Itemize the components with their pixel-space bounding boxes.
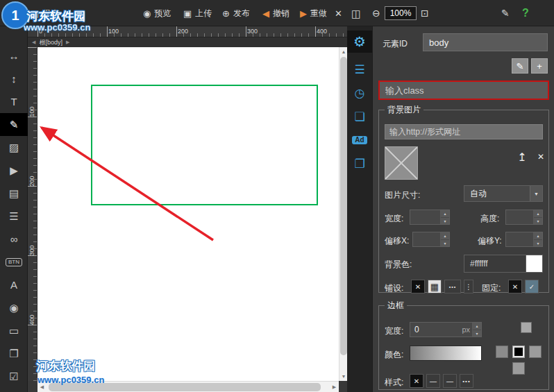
- breadcrumb-next-icon[interactable]: ▶: [66, 40, 69, 45]
- settings-tab[interactable]: ⚙: [347, 31, 372, 53]
- zoom-level-input[interactable]: 100%: [385, 6, 417, 20]
- tile-repeat-x-button[interactable]: •••: [444, 280, 461, 293]
- scroll-left-icon[interactable]: ◀: [37, 382, 47, 392]
- preview-button[interactable]: ◉预览: [143, 0, 171, 26]
- border-style-dotted-button[interactable]: •••: [460, 374, 473, 388]
- dots-vertical-icon: ⋮: [465, 283, 472, 291]
- spin-up-icon[interactable]: ▴: [441, 210, 449, 218]
- upload-icon: ▣: [183, 9, 192, 18]
- add-element-button[interactable]: +: [531, 58, 548, 74]
- scroll-right-icon[interactable]: ▶: [330, 382, 339, 392]
- border-style-none-button[interactable]: ✕: [410, 374, 423, 388]
- spin-down-icon[interactable]: ▾: [441, 218, 449, 225]
- bg-color-swatch[interactable]: [526, 255, 542, 272]
- tool-resize-horizontal[interactable]: ↔: [0, 44, 28, 67]
- breadcrumb-label[interactable]: 根[body]: [39, 38, 62, 47]
- properties-panel: 元素ID ✎ + 背景图片 ↥ ✕ 图片尺寸: 自动 ▼ 宽度: ▴▾ 高度: …: [372, 26, 554, 392]
- help-button[interactable]: ?: [522, 0, 529, 26]
- ad-tab[interactable]: Ad: [347, 129, 372, 151]
- upload-image-button[interactable]: ↥: [514, 149, 530, 164]
- horizontal-scroll-thumb[interactable]: [49, 383, 321, 391]
- publish-button[interactable]: ⊕发布: [222, 0, 250, 26]
- design-canvas[interactable]: [37, 47, 339, 381]
- spin-down-icon[interactable]: ▾: [473, 330, 481, 337]
- dots-icon: •••: [462, 378, 470, 384]
- tool-layers[interactable]: ❐: [0, 342, 28, 365]
- tool-link[interactable]: ∞: [0, 228, 28, 250]
- close-button[interactable]: ✕: [335, 0, 342, 26]
- zoom-out-button[interactable]: ⊖: [372, 0, 380, 26]
- tool-video[interactable]: ▶: [0, 159, 28, 182]
- pages-tab[interactable]: ❐: [347, 153, 372, 175]
- spin-up-icon[interactable]: ▴: [441, 232, 449, 240]
- offset-x-label: 偏移X:: [385, 235, 409, 247]
- tool-text[interactable]: T: [0, 90, 28, 113]
- element-id-input[interactable]: [423, 33, 548, 51]
- vertical-scroll-thumb[interactable]: [340, 57, 347, 355]
- tool-checkbox[interactable]: ☑: [0, 365, 28, 388]
- spin-up-icon[interactable]: ▴: [534, 232, 542, 240]
- ruler-horizontal-ticks: 0 100 200 300 400: [37, 26, 347, 37]
- fixed-off-button[interactable]: ✕: [508, 280, 522, 293]
- spin-down-icon[interactable]: ▾: [534, 240, 542, 247]
- offset-x-spinner[interactable]: ▴▾: [412, 232, 450, 247]
- offset-y-spinner[interactable]: ▴▾: [505, 232, 543, 247]
- breadcrumb-prev-icon[interactable]: ◀: [32, 40, 35, 45]
- tool-button[interactable]: BTN: [0, 250, 28, 273]
- tile-none-button[interactable]: ✕: [411, 280, 425, 293]
- horizontal-scrollbar[interactable]: ◀ ▶: [37, 381, 339, 392]
- undo-button[interactable]: ◀撤销: [262, 0, 289, 26]
- image-size-select[interactable]: 自动 ▼: [464, 185, 543, 202]
- crop-button[interactable]: ⊡: [421, 0, 429, 26]
- border-color-swatch-black[interactable]: [512, 346, 525, 358]
- history-tab[interactable]: ◷: [347, 82, 372, 104]
- border-style-dashed-button[interactable]: —: [443, 374, 457, 388]
- spin-down-icon[interactable]: ▾: [441, 240, 449, 247]
- border-width-spinner[interactable]: 0 px ▴▾: [410, 322, 482, 337]
- border-color-swatch-extra[interactable]: [512, 362, 525, 375]
- tool-image[interactable]: ▨: [0, 136, 28, 159]
- plus-icon: +: [537, 61, 542, 71]
- spin-up-icon[interactable]: ▴: [473, 323, 481, 330]
- tile-repeat-button[interactable]: ▦: [428, 280, 442, 293]
- border-preview-swatch[interactable]: [521, 322, 532, 333]
- tool-font[interactable]: A: [0, 273, 28, 296]
- pen-button[interactable]: ✎: [501, 0, 510, 26]
- upload-label: 上传: [195, 8, 212, 19]
- tool-edit[interactable]: ✎: [0, 113, 28, 136]
- background-url-input[interactable]: [385, 124, 543, 139]
- remove-image-button[interactable]: ✕: [535, 149, 547, 164]
- tool-record[interactable]: ◉: [0, 296, 28, 319]
- class-input[interactable]: [378, 80, 549, 100]
- record-tool-icon: ◉: [9, 302, 18, 314]
- vertical-scrollbar[interactable]: ▲ ▼: [339, 47, 347, 381]
- selection-rect[interactable]: [91, 85, 318, 205]
- spin-up-icon[interactable]: ▴: [534, 210, 542, 218]
- border-color-gradient[interactable]: [410, 346, 482, 361]
- panel-toggle-button[interactable]: ◫: [351, 0, 361, 26]
- redo-icon: ▶: [300, 9, 307, 18]
- tile-repeat-y-button[interactable]: ⋮: [464, 280, 473, 293]
- save-button[interactable]: ▤保存: [31, 0, 59, 26]
- border-color-swatch-light[interactable]: [529, 346, 542, 358]
- border-style-solid-button[interactable]: —: [426, 374, 440, 388]
- edit-element-button[interactable]: ✎: [512, 58, 528, 74]
- bg-color-input[interactable]: #ffffff: [464, 255, 543, 273]
- right-icon-strip: ⚙ ☰ ◷ ❏ Ad ❐: [347, 26, 372, 392]
- layout-tab[interactable]: ☰: [347, 58, 372, 80]
- spin-down-icon[interactable]: ▾: [534, 218, 542, 225]
- x-icon: ✕: [414, 377, 419, 385]
- redo-button[interactable]: ▶重做: [300, 0, 327, 26]
- rectangle-tool-icon: ▭: [9, 325, 19, 337]
- upload-button[interactable]: ▣上传: [183, 0, 212, 26]
- fixed-on-button[interactable]: ✓: [525, 280, 539, 293]
- tool-resize-vertical[interactable]: ↕: [0, 67, 28, 90]
- components-tab[interactable]: ❏: [347, 105, 372, 128]
- background-image-thumbnail[interactable]: [385, 146, 418, 180]
- bg-width-spinner[interactable]: ▴▾: [410, 210, 450, 225]
- tool-page[interactable]: ▤: [0, 182, 28, 205]
- border-color-swatch-gray[interactable]: [496, 346, 508, 358]
- bg-height-spinner[interactable]: ▴▾: [505, 210, 543, 225]
- tool-rectangle[interactable]: ▭: [0, 319, 28, 342]
- tool-list[interactable]: ☰: [0, 205, 28, 228]
